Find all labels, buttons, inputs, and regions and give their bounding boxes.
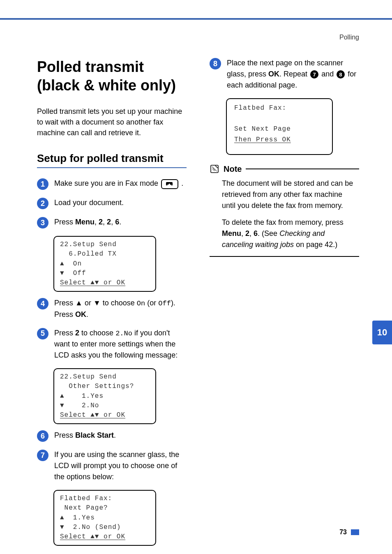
note-icon	[210, 164, 219, 174]
step-badge-8: 8	[210, 58, 221, 69]
lcd-display-4: Flatbed Fax: Set Next Page Then Press OK	[226, 98, 333, 155]
step-badge-3: 3	[37, 217, 48, 229]
note-body: The document will be stored and can be r…	[222, 178, 359, 250]
ref-badge-7: 7	[310, 70, 318, 78]
intro-paragraph: Polled transmit lets you set up your mac…	[37, 106, 187, 138]
step-badge-1: 1	[37, 178, 48, 190]
note-title: Note	[224, 164, 242, 174]
note-bottom-rule	[210, 256, 359, 257]
step-3-text: Press Menu, 2, 2, 6.	[54, 217, 121, 228]
step-7-bullets: Press 1 to send another page. Go to 8. P…	[53, 552, 187, 554]
footer-bar	[351, 529, 359, 535]
step-badge-2: 2	[37, 198, 48, 209]
step-2-text: Load your document.	[54, 197, 124, 208]
lcd-display-3: Flatbed Fax: Next Page? 1.Yes 2.No (Send…	[53, 490, 156, 546]
step-badge-5: 5	[37, 328, 48, 339]
lcd-display-2: 22.Setup Send Other Settings? 1.Yes 2.No…	[53, 368, 156, 424]
step-1-text: Make sure you are in Fax mode .	[54, 178, 183, 189]
step-6-text: Press Black Start.	[54, 430, 116, 441]
step-8-text: Place the next page on the scanner glass…	[227, 58, 359, 91]
chapter-tab: 10	[372, 321, 392, 344]
page-title: Polled transmit (black & white only)	[37, 58, 187, 95]
step-4-text: Press or to choose On (or Off). Press OK…	[54, 298, 175, 320]
page-number: 73	[339, 529, 347, 536]
step-badge-7: 7	[37, 450, 48, 461]
step-7-text: If you are using the scanner glass, the …	[54, 449, 187, 482]
page-header: Polling	[339, 34, 359, 41]
step-badge-6: 6	[37, 430, 48, 442]
step-badge-4: 4	[37, 298, 48, 309]
ref-badge-8b: 8	[337, 70, 345, 78]
note-rule	[246, 169, 359, 169]
step-5-text: Press 2 to choose 2.No if you don't want…	[54, 328, 187, 361]
fax-mode-icon	[161, 179, 178, 189]
lcd-display-1: 22.Setup Send 6.Polled TX On Off Select …	[53, 236, 156, 292]
subheading-setup: Setup for polled transmit	[37, 152, 187, 168]
